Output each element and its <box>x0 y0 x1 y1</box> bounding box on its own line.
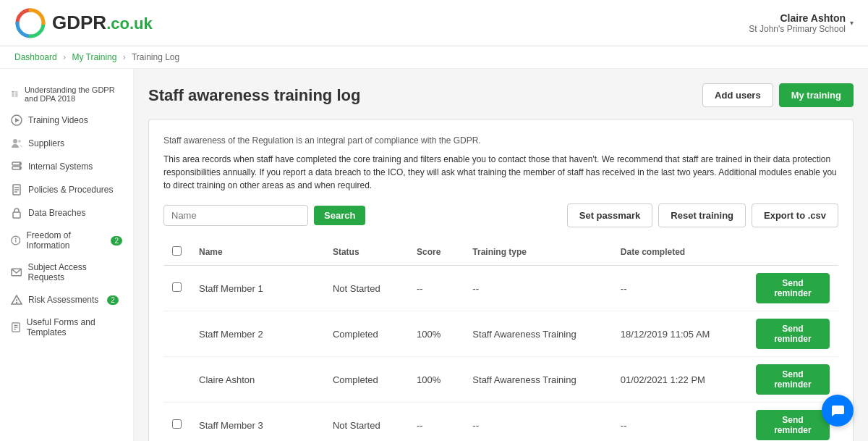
svg-point-5 <box>18 140 21 143</box>
row-score: -- <box>408 403 464 442</box>
row-checkbox[interactable] <box>172 419 182 429</box>
gdpr-logo-icon <box>14 7 46 39</box>
play-icon <box>11 114 22 126</box>
sidebar-label-subject-access: Subject Access Requests <box>27 262 122 282</box>
row-date-completed: 01/02/2021 1:22 PM <box>612 357 747 403</box>
info-text-1: Staff awareness of the Regulation is an … <box>163 134 838 147</box>
row-score: 100% <box>408 311 464 357</box>
sidebar-label-policies: Policies & Procedures <box>28 185 113 195</box>
row-date-completed: 18/12/2019 11:05 AM <box>612 311 747 357</box>
sidebar: Understanding the GDPR and DPA 2018 Trai… <box>0 69 134 441</box>
risk-assessments-badge: 2 <box>107 295 119 305</box>
row-date-completed: -- <box>612 403 747 442</box>
breadcrumb: Dashboard › My Training › Training Log <box>0 46 868 69</box>
action-buttons-group: Set passmark Reset training Export to .c… <box>567 203 838 227</box>
sidebar-label-understanding-gdpr: Understanding the GDPR and DPA 2018 <box>25 85 122 103</box>
row-training-type: -- <box>464 266 611 311</box>
book-icon <box>11 88 19 100</box>
sidebar-item-training-videos[interactable]: Training Videos <box>0 109 133 132</box>
user-org: St John's Primary School <box>749 24 846 34</box>
sidebar-item-policies-procedures[interactable]: Policies & Procedures <box>0 178 133 201</box>
row-status: Completed <box>324 357 408 403</box>
breadcrumb-current: Training Log <box>132 52 179 62</box>
training-table: Name Status Score Training type Date com… <box>163 239 838 441</box>
set-passmark-button[interactable]: Set passmark <box>567 203 653 227</box>
svg-rect-1 <box>12 91 14 92</box>
alert-icon <box>11 294 22 306</box>
row-checkbox-cell <box>163 403 190 442</box>
export-csv-button[interactable]: Export to .csv <box>752 203 838 227</box>
send-reminder-button[interactable]: Send reminder <box>756 364 830 395</box>
table-row: Staff Member 2 Completed 100% Staff Awar… <box>163 311 838 357</box>
sidebar-label-data-breaches: Data Breaches <box>28 208 85 218</box>
breadcrumb-dashboard[interactable]: Dashboard <box>14 52 57 62</box>
row-name: Staff Member 1 <box>190 266 324 311</box>
send-reminder-button[interactable]: Send reminder <box>756 319 830 349</box>
reset-training-button[interactable]: Reset training <box>658 203 746 227</box>
info-text-2: This area records when staff have comple… <box>163 153 838 192</box>
row-checkbox[interactable] <box>172 282 182 292</box>
add-users-button[interactable]: Add users <box>702 83 773 107</box>
info-icon <box>11 235 20 246</box>
col-header-checkbox <box>163 239 190 266</box>
search-input[interactable] <box>163 205 308 226</box>
user-name: Claire Ashton <box>749 12 846 24</box>
sidebar-item-subject-access[interactable]: Subject Access Requests <box>0 256 133 288</box>
row-checkbox-cell <box>163 311 190 357</box>
row-status: Not Started <box>324 403 408 442</box>
breadcrumb-sep-1: › <box>63 52 66 62</box>
sidebar-item-useful-forms[interactable]: Useful Forms and Templates <box>0 311 133 343</box>
user-menu[interactable]: Claire Ashton St John's Primary School ▾ <box>749 12 854 34</box>
row-action-cell: Send reminder <box>747 357 838 403</box>
freedom-info-badge: 2 <box>111 236 122 245</box>
chat-icon <box>830 403 846 419</box>
page-title: Staff awareness training log <box>148 86 360 105</box>
col-header-date-completed: Date completed <box>612 239 747 266</box>
row-name: Claire Ashton <box>190 357 324 403</box>
row-name: Staff Member 3 <box>190 403 324 442</box>
server-icon <box>11 161 22 172</box>
row-checkbox-cell <box>163 357 190 403</box>
search-bar: Search Set passmark Reset training Expor… <box>163 203 838 227</box>
col-header-training-type: Training type <box>464 239 611 266</box>
svg-point-21 <box>17 303 17 303</box>
svg-point-8 <box>20 163 21 164</box>
page-header: Staff awareness training log Add users M… <box>148 83 854 107</box>
my-training-button[interactable]: My training <box>779 83 854 107</box>
svg-point-17 <box>15 238 16 239</box>
logo-area[interactable]: GDPR.co.uk <box>14 7 153 39</box>
sidebar-label-internal-systems: Internal Systems <box>28 161 93 172</box>
search-button[interactable]: Search <box>314 206 365 225</box>
row-status: Completed <box>324 311 408 357</box>
sidebar-label-freedom-info: Freedom of Information <box>26 230 102 251</box>
sidebar-item-data-breaches[interactable]: Data Breaches <box>0 201 133 224</box>
svg-rect-14 <box>13 212 20 218</box>
lock-icon <box>11 207 22 219</box>
col-header-score: Score <box>408 239 464 266</box>
table-row: Staff Member 1 Not Started -- -- -- Send… <box>163 266 838 311</box>
sidebar-label-risk-assessments: Risk Assessments <box>28 295 98 305</box>
sidebar-item-risk-assessments[interactable]: Risk Assessments 2 <box>0 288 133 311</box>
sidebar-item-suppliers[interactable]: Suppliers <box>0 132 133 155</box>
row-action-cell: Send reminder <box>747 311 838 357</box>
row-training-type: Staff Awareness Training <box>464 311 611 357</box>
logo-text: GDPR.co.uk <box>52 12 153 34</box>
send-reminder-button[interactable]: Send reminder <box>756 410 830 440</box>
breadcrumb-my-training[interactable]: My Training <box>72 52 116 62</box>
sidebar-item-understanding-gdpr[interactable]: Understanding the GDPR and DPA 2018 <box>0 80 133 109</box>
row-checkbox-cell <box>163 266 190 311</box>
sidebar-item-internal-systems[interactable]: Internal Systems <box>0 155 133 178</box>
users-icon <box>11 138 22 149</box>
app-header: GDPR.co.uk Claire Ashton St John's Prima… <box>0 0 868 46</box>
forms-icon <box>11 322 21 333</box>
chat-bubble[interactable] <box>822 395 854 427</box>
select-all-checkbox[interactable] <box>172 246 182 256</box>
col-header-name: Name <box>190 239 324 266</box>
sidebar-item-freedom-of-information[interactable]: Freedom of Information 2 <box>0 224 133 256</box>
sidebar-label-useful-forms: Useful Forms and Templates <box>27 317 122 337</box>
row-date-completed: -- <box>612 266 747 311</box>
content-card: Staff awareness of the Regulation is an … <box>148 119 854 441</box>
row-score: -- <box>408 266 464 311</box>
send-reminder-button[interactable]: Send reminder <box>756 273 830 303</box>
mail-icon <box>11 266 22 278</box>
